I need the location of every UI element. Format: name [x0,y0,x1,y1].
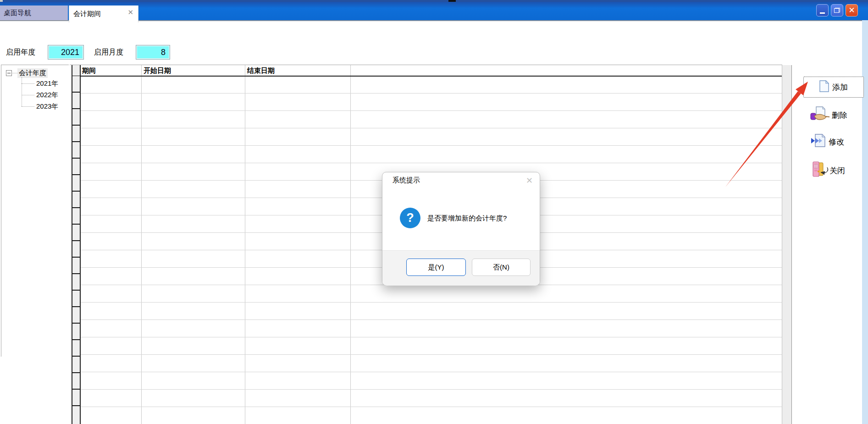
modify-button-label: 修改 [829,137,844,147]
row-header-cell[interactable] [72,175,80,192]
row-header-cell[interactable] [72,126,80,142]
tree-connector [22,106,34,107]
app-window: 桌面导航 会计期间 ✕ ✕ 启用年度 2021 启用月度 8 会计年度 2021… [0,0,868,424]
restore-button[interactable] [831,4,843,17]
enable-year-input[interactable]: 2021 [48,45,84,60]
tab-accounting-period[interactable]: 会计期间 ✕ [69,6,138,22]
enable-month-label: 启用月度 [94,48,123,57]
tree-collapse-icon[interactable] [6,70,12,76]
column-header-end-date[interactable]: 结束日期 [247,66,275,75]
table-row[interactable] [81,285,782,303]
tab-label: 会计期间 [73,10,101,18]
table-row[interactable] [81,94,782,111]
column-header-period[interactable]: 期间 [82,66,96,75]
table-row[interactable] [81,390,782,407]
row-header-cell[interactable] [72,159,80,175]
row-header-cell[interactable] [72,324,80,340]
tab-desktop-navigation[interactable]: 桌面导航 [0,6,68,20]
row-header-cell[interactable] [72,390,80,406]
tree-connector [22,83,34,84]
restore-icon [834,8,840,13]
window-top-edge-mark [448,0,456,2]
row-header-cell[interactable] [72,241,80,258]
tab-close-icon[interactable]: ✕ [127,9,133,16]
dialog-footer: 是(Y) 否(N) [382,250,540,286]
table-row[interactable] [81,111,782,128]
minimize-button[interactable] [816,4,829,17]
yes-button[interactable]: 是(Y) [406,259,466,276]
table-row[interactable] [81,76,782,94]
table-row[interactable] [81,128,782,146]
tree-connector [12,73,17,73]
fiscal-year-tree: 会计年度 2021年 2022年 2023年 [1,65,69,357]
table-row[interactable] [81,320,782,337]
tree-item-2023[interactable]: 2023年 [36,102,58,111]
row-header-cell[interactable] [72,76,80,93]
row-header-cell[interactable] [72,340,80,357]
row-header-cell[interactable] [72,274,80,291]
row-header-cell[interactable] [72,225,80,241]
delete-button-label: 删除 [832,110,847,121]
dialog-close-icon[interactable]: ✕ [526,176,533,186]
no-button[interactable]: 否(N) [472,259,531,276]
enable-year-label: 启用年度 [6,48,35,57]
modify-arrow-icon [811,133,826,150]
minimize-icon [820,12,825,14]
row-header-cell[interactable] [72,258,80,274]
table-row[interactable] [81,337,782,355]
dialog-message: 是否要增加新的会计年度? [427,214,507,223]
table-row[interactable] [81,303,782,320]
table-row[interactable] [81,372,782,390]
row-header-cell[interactable] [72,192,80,208]
system-prompt-dialog: 系统提示 ✕ ? 是否要增加新的会计年度? 是(Y) 否(N) [382,172,540,286]
tree-connector [22,77,22,106]
row-header-cell[interactable] [72,373,80,390]
table-row[interactable] [81,407,782,424]
tree-item-2021[interactable]: 2021年 [36,79,58,88]
close-panel-button[interactable]: 关闭 [812,161,845,181]
add-button[interactable]: 添加 [803,77,864,98]
table-row[interactable] [81,355,782,372]
dialog-title: 系统提示 [393,176,420,185]
add-button-label: 添加 [832,82,848,93]
row-header-cell[interactable] [72,307,80,324]
row-header-cell[interactable] [72,357,80,373]
close-panel-button-label: 关闭 [829,165,845,176]
modify-button[interactable]: 修改 [811,133,844,150]
row-header-cell[interactable] [72,93,80,109]
window-top-edge-corner [0,0,3,2]
close-icon: ✕ [848,6,855,14]
delete-hand-icon [810,106,831,125]
close-book-icon [812,161,829,181]
tab-label: 桌面导航 [4,9,31,17]
enable-month-input[interactable]: 8 [136,45,170,60]
table-scrollbar[interactable] [782,65,792,424]
close-window-button[interactable]: ✕ [846,4,858,17]
row-header-cell[interactable] [72,109,80,126]
row-header-cells [72,76,80,424]
window-top-edge [0,0,868,2]
table-row[interactable] [81,146,782,163]
row-header-cell[interactable] [72,291,80,307]
add-document-icon [819,80,829,94]
column-header-start-date[interactable]: 开始日期 [144,66,171,75]
tree-connector [22,95,34,95]
row-header-cell[interactable] [72,142,80,159]
delete-button[interactable]: 删除 [810,106,847,125]
row-header-cell[interactable] [72,208,80,225]
tree-root-fiscal-year[interactable]: 会计年度 [17,68,48,78]
tree-item-2022[interactable]: 2022年 [36,91,58,99]
question-icon: ? [400,208,420,228]
